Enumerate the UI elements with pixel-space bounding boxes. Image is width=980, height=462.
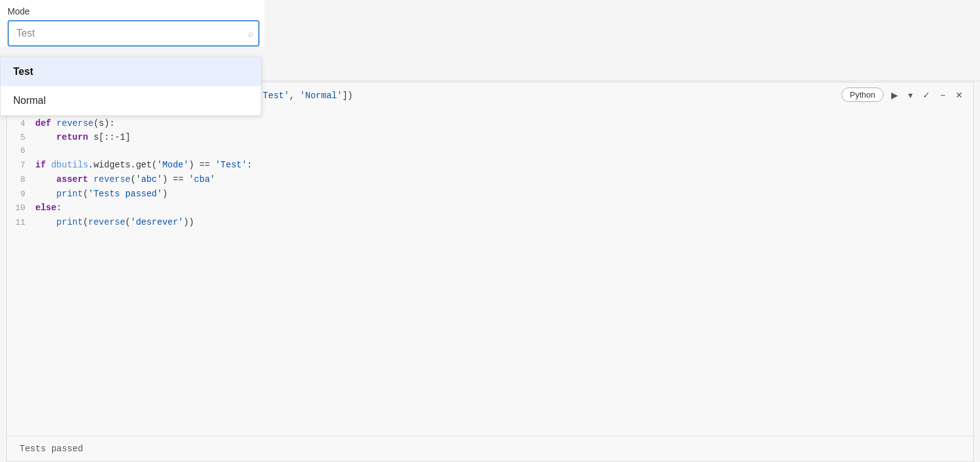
- line-content: print('Tests passed'): [35, 187, 973, 201]
- line-number: 8: [7, 174, 35, 187]
- line-number: 9: [7, 188, 35, 201]
- code-line: 8 assert reverse('abc') == 'cba': [7, 172, 973, 187]
- line-number: 10: [7, 202, 35, 215]
- line-number: 11: [7, 217, 35, 230]
- close-button[interactable]: ✕: [953, 89, 966, 101]
- line-content: return s[::-1]: [35, 130, 973, 144]
- line-content: else:: [35, 201, 973, 215]
- code-line: 9 print('Tests passed'): [7, 187, 973, 201]
- output-area: Tests passed: [7, 436, 973, 461]
- code-line: 7if dbutils.widgets.get('Mode') == 'Test…: [7, 158, 973, 172]
- language-badge[interactable]: Python: [841, 87, 883, 102]
- line-content: def reverse(s):: [35, 116, 973, 130]
- dropdown-item-test[interactable]: Test: [1, 57, 261, 86]
- line-number: 5: [7, 132, 35, 145]
- dropdown-item-normal[interactable]: Normal: [1, 86, 261, 115]
- search-icon: ⌕: [248, 28, 253, 38]
- run-dropdown-button[interactable]: ▾: [906, 89, 915, 101]
- output-text: Tests passed: [20, 444, 83, 454]
- line-content: if dbutils.widgets.get('Mode') == 'Test'…: [35, 158, 973, 172]
- widget-input-wrapper: ⌕: [8, 20, 259, 47]
- cell-toolbar: Python ▶ ▾ ✓ − ✕: [841, 87, 966, 102]
- code-line: 4def reverse(s):: [7, 116, 973, 131]
- line-content: assert reverse('abc') == 'cba': [35, 172, 973, 186]
- line-number: 4: [7, 118, 35, 131]
- code-line: 10else:: [7, 201, 973, 215]
- code-line: 11 print(reverse('desrever')): [7, 215, 973, 230]
- line-number: 7: [7, 159, 35, 172]
- code-cell: Python ▶ ▾ ✓ − ✕ 2dbutils.widgets.dropdo…: [6, 82, 974, 462]
- widget-area: Mode ⌕: [0, 0, 265, 47]
- collapse-button[interactable]: −: [938, 89, 948, 101]
- mode-dropdown: Test Normal: [0, 57, 261, 116]
- mode-input[interactable]: [8, 20, 259, 47]
- run-button[interactable]: ▶: [889, 89, 901, 101]
- code-line: 5 return s[::-1]: [7, 130, 973, 145]
- line-content: print(reverse('desrever')): [35, 215, 973, 229]
- check-button[interactable]: ✓: [920, 89, 933, 101]
- widget-label: Mode: [8, 6, 257, 16]
- line-number: 6: [7, 145, 35, 158]
- code-line: 6: [7, 145, 973, 158]
